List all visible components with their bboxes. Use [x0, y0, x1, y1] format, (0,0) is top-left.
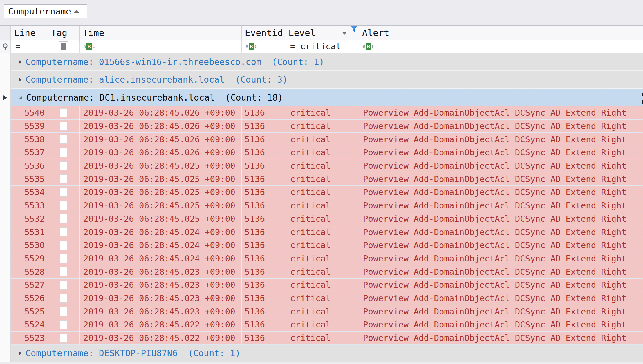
- cell-tag[interactable]: [48, 212, 80, 226]
- chevron-down-icon[interactable]: [342, 32, 347, 35]
- row-gutter: [0, 106, 11, 120]
- cell-alert: Powerview Add-DomainObjectAcl DCSync AD …: [359, 146, 643, 159]
- table-row[interactable]: 55242019-03-26 06:28:45.022 +09:005136cr…: [0, 318, 643, 332]
- filter-input-line[interactable]: =: [11, 40, 48, 53]
- group-row-selected[interactable]: Computername: DC1.insecurebank.local (Co…: [0, 89, 643, 106]
- tag-checkbox[interactable]: [60, 294, 67, 303]
- table-row[interactable]: 55352019-03-26 06:28:45.025 +09:005136cr…: [0, 172, 643, 186]
- column-header-tag[interactable]: Tag: [48, 26, 80, 40]
- collapsed-arrow-icon[interactable]: [18, 77, 22, 83]
- filter-input-eventid[interactable]: ABC: [242, 40, 285, 53]
- cell-line: 5533: [11, 199, 48, 212]
- column-header-level[interactable]: Level: [285, 26, 359, 40]
- group-chip-computername[interactable]: Computername: [4, 4, 87, 18]
- tag-checkbox[interactable]: [60, 174, 67, 183]
- tag-checkbox[interactable]: [60, 135, 67, 144]
- table-row[interactable]: 55282019-03-26 06:28:45.023 +09:005136cr…: [0, 265, 643, 279]
- table-row[interactable]: 55392019-03-26 06:28:45.026 +09:005136cr…: [0, 120, 643, 133]
- tag-checkbox[interactable]: [60, 148, 67, 157]
- tag-checkbox[interactable]: [60, 161, 67, 170]
- tag-checkbox[interactable]: [60, 241, 67, 250]
- group-row[interactable]: Computername: DESKTOP-PIU87N6 (Count: 1): [0, 345, 643, 362]
- cell-time: 2019-03-26 06:28:45.026 +09:00: [80, 133, 242, 146]
- tag-checkbox[interactable]: [60, 228, 67, 236]
- table-row[interactable]: 55332019-03-26 06:28:45.025 +09:005136cr…: [0, 199, 643, 212]
- abc-letter: C: [92, 44, 95, 49]
- tag-checkbox[interactable]: [60, 281, 67, 290]
- tag-checkbox[interactable]: [60, 320, 67, 329]
- cell-tag[interactable]: [48, 239, 80, 252]
- table-row[interactable]: 55362019-03-26 06:28:45.025 +09:005136cr…: [0, 159, 643, 173]
- group-row-body[interactable]: Computername: 01566s-win16-ir.threebeesc…: [11, 53, 643, 71]
- cell-time: 2019-03-26 06:28:45.023 +09:00: [80, 265, 242, 279]
- cell-tag[interactable]: [48, 159, 80, 173]
- cell-time: 2019-03-26 06:28:45.024 +09:00: [80, 239, 242, 252]
- filter-input-alert[interactable]: ABC: [359, 40, 643, 53]
- tag-checkbox[interactable]: [60, 108, 67, 117]
- cell-eventid: 5136: [242, 239, 285, 252]
- cell-tag[interactable]: [48, 279, 80, 292]
- tag-checkbox[interactable]: [60, 254, 67, 263]
- group-row-body[interactable]: Computername: DESKTOP-PIU87N6 (Count: 1): [11, 345, 643, 362]
- group-row-body[interactable]: Computername: alice.insecurebank.local (…: [11, 71, 643, 89]
- table-row[interactable]: 55292019-03-26 06:28:45.024 +09:005136cr…: [0, 252, 643, 265]
- table-row[interactable]: 55262019-03-26 06:28:45.023 +09:005136cr…: [0, 292, 643, 305]
- cell-line: 5527: [11, 279, 48, 292]
- table-row[interactable]: 55252019-03-26 06:28:45.023 +09:005136cr…: [0, 305, 643, 318]
- active-filter-funnel-icon[interactable]: [351, 26, 357, 32]
- abc-filter-icon: ABC: [363, 43, 374, 50]
- tag-checkbox[interactable]: [60, 214, 67, 223]
- column-header-time[interactable]: Time: [80, 26, 242, 40]
- table-row[interactable]: 55232019-03-26 06:28:45.022 +09:005136cr…: [0, 332, 643, 345]
- filter-input-tag[interactable]: [48, 40, 80, 53]
- cell-tag[interactable]: [48, 318, 80, 332]
- cell-eventid: 5136: [242, 292, 285, 305]
- cell-tag[interactable]: [48, 305, 80, 318]
- group-row[interactable]: Computername: alice.insecurebank.local (…: [0, 71, 643, 89]
- cell-tag[interactable]: [48, 186, 80, 199]
- table-row[interactable]: 55372019-03-26 06:28:45.026 +09:005136cr…: [0, 146, 643, 159]
- tag-checkbox[interactable]: [60, 307, 67, 316]
- header-gutter-cell: [0, 26, 11, 40]
- table-row[interactable]: 55272019-03-26 06:28:45.023 +09:005136cr…: [0, 279, 643, 292]
- cell-tag[interactable]: [48, 225, 80, 239]
- abc-letter: A: [83, 44, 86, 49]
- column-header-label: Alert: [362, 28, 389, 38]
- abc-letter-highlight: B: [249, 43, 254, 50]
- cell-tag[interactable]: [48, 332, 80, 345]
- table-row[interactable]: 55322019-03-26 06:28:45.025 +09:005136cr…: [0, 212, 643, 226]
- tag-checkbox[interactable]: [60, 267, 67, 276]
- expanded-arrow-icon[interactable]: [18, 95, 23, 100]
- cell-tag[interactable]: [48, 106, 80, 120]
- tag-filter-checkbox[interactable]: [59, 41, 68, 51]
- collapsed-arrow-icon[interactable]: [18, 59, 22, 65]
- table-row[interactable]: 55342019-03-26 06:28:45.025 +09:005136cr…: [0, 186, 643, 199]
- table-row[interactable]: 55312019-03-26 06:28:45.024 +09:005136cr…: [0, 225, 643, 239]
- cell-tag[interactable]: [48, 133, 80, 146]
- column-header-eventid[interactable]: Eventid: [242, 26, 285, 40]
- tag-checkbox[interactable]: [60, 201, 67, 210]
- group-row[interactable]: Computername: 01566s-win16-ir.threebeesc…: [0, 53, 643, 71]
- cell-tag[interactable]: [48, 172, 80, 186]
- cell-tag[interactable]: [48, 292, 80, 305]
- column-header-alert[interactable]: Alert: [359, 26, 643, 40]
- tag-checkbox[interactable]: [60, 188, 67, 197]
- tag-checkbox[interactable]: [60, 122, 67, 131]
- cell-tag[interactable]: [48, 120, 80, 133]
- cell-tag[interactable]: [48, 265, 80, 279]
- filter-input-level[interactable]: = critical: [285, 40, 359, 53]
- filter-input-time[interactable]: ABC: [80, 40, 242, 53]
- table-row[interactable]: 55402019-03-26 06:28:45.026 +09:005136cr…: [0, 106, 643, 120]
- cell-tag[interactable]: [48, 146, 80, 159]
- group-row-body[interactable]: Computername: DC1.insecurebank.local (Co…: [11, 89, 643, 106]
- tag-checkbox[interactable]: [60, 334, 67, 343]
- collapsed-arrow-icon[interactable]: [18, 350, 22, 356]
- abc-letter: A: [363, 44, 366, 49]
- table-row[interactable]: 55382019-03-26 06:28:45.026 +09:005136cr…: [0, 133, 643, 146]
- cell-tag[interactable]: [48, 199, 80, 212]
- column-header-line[interactable]: Line: [11, 26, 48, 40]
- row-gutter: [0, 120, 11, 133]
- cell-level: critical: [285, 172, 359, 186]
- table-row[interactable]: 55302019-03-26 06:28:45.024 +09:005136cr…: [0, 239, 643, 252]
- cell-tag[interactable]: [48, 252, 80, 265]
